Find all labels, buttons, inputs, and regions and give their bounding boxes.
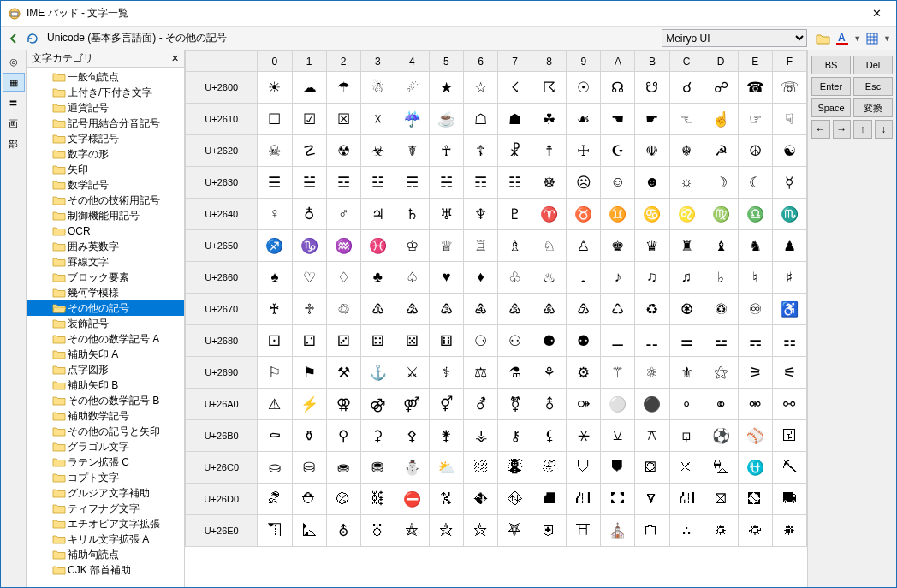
char-cell[interactable]: ⛝ bbox=[704, 484, 738, 515]
char-cell[interactable]: ☾ bbox=[738, 167, 772, 199]
char-cell[interactable]: ☒ bbox=[326, 104, 360, 135]
char-cell[interactable]: ☢ bbox=[326, 135, 360, 167]
char-cell[interactable]: ⛒ bbox=[326, 484, 360, 515]
right-button[interactable]: → bbox=[833, 120, 852, 139]
char-cell[interactable]: ♨ bbox=[532, 262, 567, 294]
char-cell[interactable]: ☥ bbox=[429, 135, 463, 167]
char-cell[interactable]: ♓ bbox=[360, 230, 395, 262]
char-cell[interactable]: ⚬ bbox=[669, 389, 704, 420]
char-cell[interactable]: ♠ bbox=[258, 262, 292, 294]
char-cell[interactable]: ⛖ bbox=[463, 484, 497, 515]
tree-item[interactable]: 矢印 bbox=[27, 162, 184, 177]
dropdown-arrow-icon[interactable]: ▼ bbox=[853, 34, 861, 43]
char-cell[interactable]: ⚥ bbox=[429, 389, 463, 420]
tree-item[interactable]: 囲み英数字 bbox=[27, 239, 184, 254]
up-button[interactable]: ↑ bbox=[853, 120, 872, 139]
char-cell[interactable]: ☞ bbox=[738, 104, 772, 135]
tree-item[interactable]: 上付き/下付き文字 bbox=[27, 85, 184, 100]
char-cell[interactable]: ⚺ bbox=[601, 420, 635, 452]
char-cell[interactable]: ♖ bbox=[463, 230, 497, 262]
char-cell[interactable]: ⛆ bbox=[463, 452, 497, 484]
tree-item[interactable]: グラゴル文字 bbox=[27, 439, 184, 454]
char-cell[interactable]: ⛥ bbox=[429, 515, 463, 547]
close-button[interactable]: ✕ bbox=[858, 1, 896, 26]
char-cell[interactable]: ⚓ bbox=[360, 357, 395, 389]
char-cell[interactable]: ⛀ bbox=[258, 452, 292, 484]
char-cell[interactable]: ⚆ bbox=[463, 325, 497, 357]
char-cell[interactable]: ⛮ bbox=[738, 515, 772, 547]
char-cell[interactable]: ⚱ bbox=[292, 420, 326, 452]
char-cell[interactable]: ⚃ bbox=[360, 325, 395, 357]
char-cell[interactable]: ☴ bbox=[395, 167, 429, 199]
char-cell[interactable]: ⚐ bbox=[258, 357, 292, 389]
char-cell[interactable]: ☖ bbox=[463, 104, 497, 135]
char-cell[interactable]: ☫ bbox=[635, 135, 669, 167]
char-cell[interactable]: ♋ bbox=[635, 199, 669, 230]
char-cell[interactable]: ⚽ bbox=[704, 420, 738, 452]
char-cell[interactable]: ☶ bbox=[463, 167, 497, 199]
char-cell[interactable]: ⛬ bbox=[669, 515, 704, 547]
dropdown-arrow-icon[interactable]: ▼ bbox=[883, 34, 891, 43]
tree-item[interactable]: 一般句読点 bbox=[27, 69, 184, 85]
char-cell[interactable]: ♧ bbox=[498, 262, 532, 294]
char-cell[interactable]: ⚲ bbox=[326, 420, 360, 452]
char-cell[interactable]: ☚ bbox=[601, 104, 635, 135]
char-cell[interactable]: ⚵ bbox=[429, 420, 463, 452]
char-cell[interactable]: ⚗ bbox=[498, 357, 532, 389]
tree-item[interactable]: 数字の形 bbox=[27, 146, 184, 162]
char-cell[interactable]: ⚎ bbox=[738, 325, 772, 357]
char-cell[interactable]: ♬ bbox=[669, 262, 704, 294]
char-grid[interactable]: 0123456789ABCDEFU+2600☀☁☂☃☄★☆☇☈☉☊☋☌☍☎☏U+… bbox=[185, 50, 807, 587]
char-cell[interactable]: ☪ bbox=[601, 135, 635, 167]
tree-item[interactable]: 補助数学記号 bbox=[27, 408, 184, 424]
tree-item[interactable]: エチオピア文字拡張 bbox=[27, 516, 184, 532]
char-cell[interactable]: ⚂ bbox=[326, 325, 360, 357]
char-cell[interactable]: ⚤ bbox=[395, 389, 429, 420]
char-cell[interactable]: ⚑ bbox=[292, 357, 326, 389]
char-cell[interactable]: ♈ bbox=[532, 199, 567, 230]
char-cell[interactable]: ⚏ bbox=[772, 325, 806, 357]
char-cell[interactable]: ♉ bbox=[567, 199, 601, 230]
char-cell[interactable]: ♟ bbox=[772, 230, 806, 262]
tree-item[interactable]: 点字図形 bbox=[27, 362, 184, 377]
font-color-icon[interactable]: A bbox=[835, 31, 850, 46]
tree-item[interactable]: 幾何学模様 bbox=[27, 285, 184, 300]
char-cell[interactable]: ♅ bbox=[429, 199, 463, 230]
char-cell[interactable]: ♶ bbox=[463, 294, 497, 325]
char-cell[interactable]: ⚖ bbox=[463, 357, 497, 389]
char-cell[interactable]: ☨ bbox=[532, 135, 567, 167]
char-cell[interactable]: ⚄ bbox=[395, 325, 429, 357]
char-cell[interactable]: ⚋ bbox=[635, 325, 669, 357]
char-cell[interactable]: ♳ bbox=[360, 294, 395, 325]
char-cell[interactable]: ☝ bbox=[704, 104, 738, 135]
char-cell[interactable]: ☼ bbox=[669, 167, 704, 199]
char-cell[interactable]: ⚹ bbox=[567, 420, 601, 452]
char-cell[interactable]: ☲ bbox=[326, 167, 360, 199]
char-cell[interactable]: ⚍ bbox=[704, 325, 738, 357]
char-cell[interactable]: ☹ bbox=[567, 167, 601, 199]
char-cell[interactable]: ⚷ bbox=[498, 420, 532, 452]
char-cell[interactable]: ⛣ bbox=[360, 515, 395, 547]
tree-item[interactable]: 装飾記号 bbox=[27, 316, 184, 331]
char-cell[interactable]: ⚁ bbox=[292, 325, 326, 357]
char-cell[interactable]: ♐ bbox=[258, 230, 292, 262]
char-cell[interactable]: ☤ bbox=[395, 135, 429, 167]
char-cell[interactable]: ☠ bbox=[258, 135, 292, 167]
grid-view-icon[interactable] bbox=[864, 31, 880, 46]
del-button[interactable]: Del bbox=[853, 56, 893, 74]
folder-icon[interactable] bbox=[816, 31, 831, 46]
char-cell[interactable]: ♕ bbox=[429, 230, 463, 262]
char-cell[interactable]: ♗ bbox=[498, 230, 532, 262]
char-cell[interactable]: ⚀ bbox=[258, 325, 292, 357]
char-cell[interactable]: ♽ bbox=[704, 294, 738, 325]
subset-label[interactable]: Unicode (基本多言語面) - その他の記号 bbox=[44, 29, 658, 47]
char-cell[interactable]: ⛞ bbox=[738, 484, 772, 515]
tree-item[interactable]: OCR bbox=[27, 223, 184, 239]
char-cell[interactable]: ⚻ bbox=[635, 420, 669, 452]
char-cell[interactable]: ⚾ bbox=[738, 420, 772, 452]
char-cell[interactable]: ♝ bbox=[704, 230, 738, 262]
char-cell[interactable]: ☔ bbox=[395, 104, 429, 135]
char-cell[interactable]: ♱ bbox=[292, 294, 326, 325]
char-cell[interactable]: ☋ bbox=[635, 72, 669, 104]
char-cell[interactable]: ⛗ bbox=[498, 484, 532, 515]
